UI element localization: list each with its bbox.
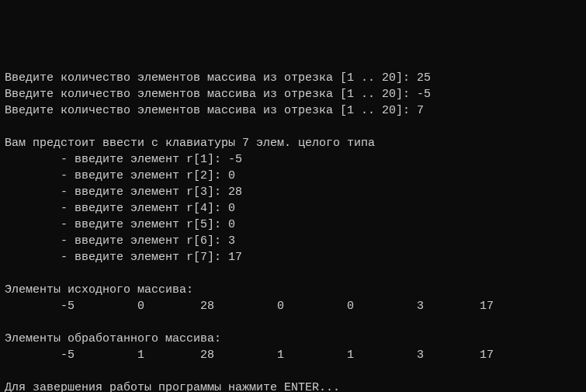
console-output: Введите количество элементов массива из … <box>5 70 581 392</box>
